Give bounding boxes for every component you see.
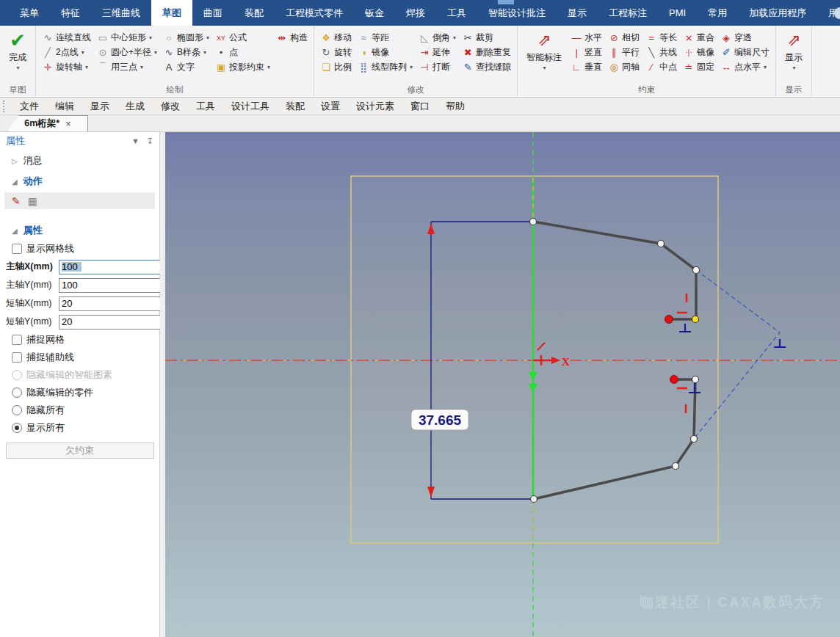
selected-vertex[interactable]: [692, 316, 699, 323]
expanded-arrow-icon[interactable]: ◢: [12, 178, 18, 186]
相切-button[interactable]: ⊘相切: [607, 31, 641, 45]
镜像-button[interactable]: ◑镜像: [356, 46, 414, 59]
radio-button[interactable]: [12, 405, 22, 415]
延伸-button[interactable]: ⇥延伸: [417, 46, 457, 59]
chevron-down-icon[interactable]: ▼: [131, 136, 140, 145]
镜像-button[interactable]: ·|·镜像: [681, 46, 716, 59]
ribbon-tab-焊接[interactable]: 焊接: [395, 0, 436, 26]
menu-显示[interactable]: 显示: [82, 98, 117, 114]
menu-文件[interactable]: 文件: [12, 98, 47, 114]
同轴-button[interactable]: ◎同轴: [607, 60, 641, 74]
显示-button[interactable]: ⇗显示▾: [781, 29, 807, 73]
ribbon-tab-钣金[interactable]: 钣金: [354, 0, 395, 26]
radio-row-隐藏编辑的智能图素[interactable]: 隐藏编辑的智能图素: [0, 366, 159, 384]
中点-button[interactable]: ∕中点: [644, 60, 678, 74]
ribbon-tab-常用[interactable]: 常用: [697, 0, 738, 26]
edit-smart-element-icon[interactable]: ✎: [12, 195, 21, 207]
menu-帮助[interactable]: 帮助: [438, 98, 473, 114]
圆心+半径-button[interactable]: ⊙圆心+半径▾: [95, 46, 159, 59]
dropdown-caret-icon[interactable]: ▾: [543, 65, 546, 71]
underconstrained-button[interactable]: 欠约束: [6, 443, 154, 459]
投影约束-button[interactable]: ▣投影约束▾: [214, 60, 272, 74]
公式-button[interactable]: XY公式: [214, 31, 272, 45]
checkbox[interactable]: [12, 335, 22, 345]
文字-button[interactable]: A文字: [162, 60, 211, 74]
radio-row-隐藏所有[interactable]: 隐藏所有: [0, 401, 159, 419]
ribbon-tab-曲面[interactable]: 曲面: [192, 0, 233, 26]
menu-装配[interactable]: 装配: [278, 98, 313, 114]
dropdown-caret-icon[interactable]: ▾: [267, 64, 270, 70]
水平-button[interactable]: —水平: [569, 31, 604, 45]
menu-编辑[interactable]: 编辑: [47, 98, 82, 114]
menu-设计元素[interactable]: 设计元素: [348, 98, 402, 114]
ribbon-tab-显示[interactable]: 显示: [557, 0, 598, 26]
panel-canvas-divider[interactable]: [160, 132, 165, 637]
等长-button[interactable]: =等长: [644, 31, 678, 45]
menu-设置[interactable]: 设置: [313, 98, 348, 114]
裁剪-button[interactable]: ✂裁剪: [460, 31, 513, 45]
垂直-button[interactable]: ∟垂直: [569, 60, 604, 74]
平行-button[interactable]: ∥平行: [607, 46, 641, 59]
menu-工具[interactable]: 工具: [188, 98, 223, 114]
radio-row-隐藏编辑的零件[interactable]: 隐藏编辑的零件: [0, 384, 159, 401]
ribbon-tab-三维曲线[interactable]: 三维曲线: [91, 0, 151, 26]
ribbon-tab-加载应用程序[interactable]: 加载应用程序: [738, 0, 817, 26]
ribbon-tab-装配[interactable]: 装配: [233, 0, 275, 26]
竖直-button[interactable]: |竖直: [569, 46, 604, 59]
ribbon-tab-智能设计批注[interactable]: 智能设计批注: [477, 0, 557, 26]
编辑尺寸-button[interactable]: ✐编辑尺寸: [719, 46, 771, 59]
2点线-button[interactable]: ╱2点线▾: [40, 46, 93, 59]
dropdown-caret-icon[interactable]: ▾: [85, 64, 88, 70]
打断-button[interactable]: ⊣打断: [417, 60, 457, 74]
倒角-button[interactable]: ◺倒角▾: [417, 31, 457, 45]
ribbon-tab-特征[interactable]: 特征: [50, 0, 91, 26]
查找缝隙-button[interactable]: ✎查找缝隙: [460, 60, 513, 74]
checkbox[interactable]: [12, 352, 22, 363]
比例-button[interactable]: ❏比例: [319, 60, 353, 74]
构造-button[interactable]: ⇹构造: [275, 31, 309, 45]
完成-button[interactable]: ✔完成▾: [4, 29, 31, 73]
document-tab[interactable]: 6m桁架* ×: [7, 115, 88, 131]
section-header-动作[interactable]: ◢动作: [0, 170, 159, 191]
pin-icon[interactable]: ↧: [147, 136, 153, 146]
智能标注-button[interactable]: ⇗智能标注▾: [522, 29, 566, 73]
endpoint-red[interactable]: [670, 376, 678, 384]
checkbox-row-显示网格线[interactable]: 显示网格线: [0, 240, 159, 258]
dropdown-caret-icon[interactable]: ▾: [82, 49, 84, 56]
menu-设计工具[interactable]: 设计工具: [223, 98, 278, 114]
旋转轴-button[interactable]: ✛旋转轴▾: [40, 60, 93, 74]
expanded-arrow-icon[interactable]: ◢: [12, 227, 18, 235]
close-icon[interactable]: ×: [65, 118, 71, 129]
section-header-属性[interactable]: ◢属性: [0, 219, 159, 240]
dropdown-caret-icon[interactable]: ▾: [149, 34, 152, 41]
menu-生成[interactable]: 生成: [117, 98, 153, 114]
dropdown-caret-icon[interactable]: ▾: [203, 49, 206, 56]
ribbon-tab-工具[interactable]: 工具: [436, 0, 477, 26]
radio-button[interactable]: [12, 423, 22, 433]
sketch-canvas[interactable]: X 37.665 咖迷社区 | CAXA数码大方: [165, 132, 840, 637]
等距-button[interactable]: ≈等距: [356, 31, 414, 45]
共线-button[interactable]: ╲共线: [644, 46, 678, 59]
section-header-消息[interactable]: ▷消息: [0, 150, 159, 170]
连续直线-button[interactable]: ∿连续直线: [40, 31, 93, 45]
用三点-button[interactable]: ⌒用三点▾: [95, 60, 159, 74]
checkbox-row-捕捉网格[interactable]: 捕捉网格: [0, 331, 159, 349]
ribbon-tab-工程标注[interactable]: 工程标注: [598, 0, 658, 26]
perpendicular-constraint-icon[interactable]: [774, 339, 786, 347]
dropdown-caret-icon[interactable]: ▾: [16, 65, 19, 71]
点水平-button[interactable]: ↔点水平▾: [719, 60, 771, 74]
dropdown-caret-icon[interactable]: ▾: [764, 64, 767, 70]
edit-table-icon[interactable]: ▦: [28, 195, 37, 207]
menu-修改[interactable]: 修改: [153, 98, 188, 114]
dropdown-caret-icon[interactable]: ▾: [154, 49, 157, 56]
checkbox-row-捕捉辅助线[interactable]: 捕捉辅助线: [0, 349, 159, 366]
dimension-value-label[interactable]: 37.665: [411, 410, 468, 430]
ribbon-collapse-handle[interactable]: [498, 0, 514, 4]
固定-button[interactable]: ≐固定: [681, 60, 716, 74]
ribbon-tab-草图[interactable]: 草图: [151, 0, 192, 26]
点-button[interactable]: •点: [214, 46, 272, 59]
线型阵列-button[interactable]: ⣿线型阵列▾: [356, 60, 414, 74]
穿透-button[interactable]: ◈穿透: [719, 31, 771, 45]
menu-窗口[interactable]: 窗口: [402, 98, 438, 114]
中心矩形-button[interactable]: ▭中心矩形▾: [95, 31, 159, 45]
